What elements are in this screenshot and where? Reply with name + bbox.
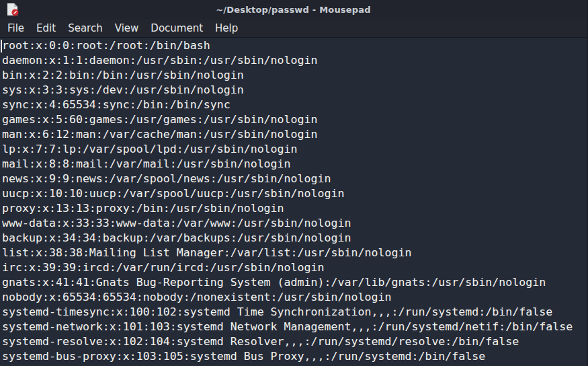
editor-line[interactable]: systemd-resolve:x:102:104:systemd Resolv… (2, 334, 587, 349)
text-cursor (1, 40, 2, 52)
menu-item-search[interactable]: Search (62, 20, 109, 37)
editor-line[interactable]: sys:x:3:3:sys:/dev:/usr/sbin/nologin (2, 83, 587, 98)
editor-line[interactable]: uucp:x:10:10:uucp:/var/spool/uucp:/usr/s… (2, 186, 587, 201)
editor-line[interactable]: list:x:38:38:Mailing List Manager:/var/l… (2, 246, 587, 260)
menu-item-document[interactable]: Document (144, 20, 209, 37)
editor-line[interactable]: lp:x:7:7:lp:/var/spool/lpd:/usr/sbin/nol… (2, 142, 587, 157)
editor-line[interactable]: backup:x:34:34:backup:/var/backups:/usr/… (2, 231, 587, 246)
menubar: File Edit Search View Document Help (0, 19, 587, 38)
menu-item-edit[interactable]: Edit (30, 20, 62, 37)
mousepad-window: ~/Desktop/passwd - Mousepad File Edit Se… (0, 0, 588, 366)
editor-line[interactable]: systemd-network:x:101:103:systemd Networ… (2, 320, 587, 334)
window-title: ~/Desktop/passwd - Mousepad (216, 5, 371, 15)
editor-line[interactable]: proxy:x:13:13:proxy:/bin:/usr/sbin/nolog… (2, 201, 587, 216)
editor-line[interactable]: nobody:x:65534:65534:nobody:/nonexistent… (2, 290, 587, 305)
editor-line[interactable]: news:x:9:9:news:/var/spool/news:/usr/sbi… (2, 172, 587, 186)
menu-item-file[interactable]: File (1, 20, 30, 37)
editor-line[interactable]: systemd-timesync:x:100:102:systemd Time … (2, 305, 587, 320)
editor-line[interactable]: man:x:6:12:man:/var/cache/man:/usr/sbin/… (2, 127, 587, 142)
editor-line[interactable]: www-data:x:33:33:www-data:/var/www:/usr/… (2, 216, 587, 231)
editor-line[interactable]: sync:x:4:65534:sync:/bin:/bin/sync (2, 98, 587, 112)
editor-line[interactable]: bin:x:2:2:bin:/bin:/usr/sbin/nologin (2, 68, 587, 83)
menu-item-view[interactable]: View (109, 20, 145, 37)
text-editor-area[interactable]: root:x:0:0:root:/root:/bin/bash daemon:x… (0, 38, 587, 366)
editor-line[interactable]: games:x:5:60:games:/usr/games:/usr/sbin/… (2, 112, 587, 127)
menu-item-help[interactable]: Help (209, 20, 244, 37)
editor-line[interactable]: root:x:0:0:root:/root:/bin/bash (2, 38, 587, 53)
titlebar[interactable]: ~/Desktop/passwd - Mousepad (0, 0, 587, 19)
mousepad-app-icon (7, 3, 19, 16)
editor-line[interactable]: mail:x:8:8:mail:/var/mail:/usr/sbin/nolo… (2, 157, 587, 172)
editor-line[interactable]: systemd-bus-proxy:x:103:105:systemd Bus … (2, 349, 587, 364)
editor-line[interactable]: daemon:x:1:1:daemon:/usr/sbin:/usr/sbin/… (2, 53, 587, 68)
editor-line[interactable]: gnats:x:41:41:Gnats Bug-Reporting System… (2, 275, 587, 290)
editor-line[interactable]: irc:x:39:39:ircd:/var/run/ircd:/usr/sbin… (2, 260, 587, 275)
